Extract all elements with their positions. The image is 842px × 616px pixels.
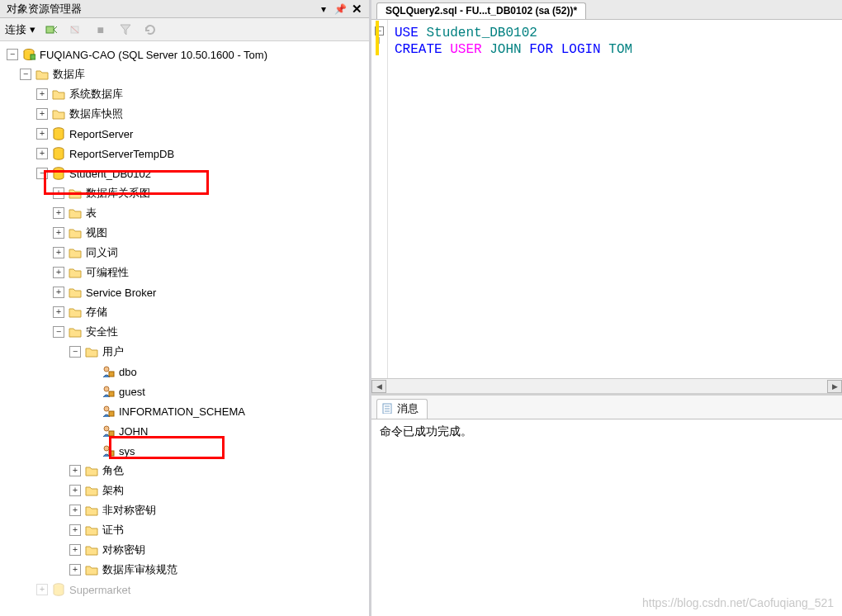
- user-sys-node[interactable]: sys: [3, 441, 367, 461]
- folder-icon: [84, 543, 99, 557]
- supermarket-node[interactable]: + Supermarket: [3, 580, 367, 599]
- folder-icon: [84, 504, 99, 517]
- panel-title: 对象资源管理器: [7, 2, 315, 17]
- svg-rect-0: [46, 26, 54, 33]
- folder-icon: [68, 246, 83, 259]
- svg-rect-11: [109, 391, 114, 396]
- expand-icon[interactable]: +: [53, 187, 64, 199]
- folder-icon: [84, 563, 99, 576]
- expand-icon[interactable]: +: [53, 227, 64, 239]
- expand-icon[interactable]: +: [53, 267, 64, 278]
- messages-panel: 消息 命令已成功完成。: [371, 393, 842, 616]
- expand-icon[interactable]: +: [69, 564, 81, 576]
- user-icon: [101, 405, 116, 418]
- views-node[interactable]: + 视图: [3, 223, 367, 243]
- messages-tab[interactable]: 消息: [376, 399, 428, 419]
- sql-editor[interactable]: − USE Student_DB0102 CREATE USER JOHN FO…: [371, 20, 842, 378]
- object-explorer-tree[interactable]: − FUQIANG-CAO (SQL Server 10.50.1600 - T…: [0, 41, 369, 616]
- scroll-left-icon[interactable]: ◀: [371, 380, 386, 393]
- folder-icon: [68, 286, 83, 299]
- collapse-icon[interactable]: −: [69, 346, 81, 358]
- schemas-node[interactable]: + 架构: [3, 481, 367, 500]
- disconnect-icon[interactable]: [67, 21, 85, 38]
- expand-icon[interactable]: +: [69, 465, 81, 476]
- change-marker: [376, 21, 379, 55]
- expand-icon[interactable]: +: [69, 485, 81, 496]
- svg-rect-9: [109, 372, 114, 377]
- database-icon: [51, 167, 66, 180]
- connect-icon[interactable]: [42, 21, 60, 38]
- user-icon: [101, 444, 116, 457]
- scroll-right-icon[interactable]: ▶: [827, 380, 842, 393]
- panel-header: 对象资源管理器 ▾ 📌 ✕: [0, 0, 369, 18]
- expand-icon[interactable]: +: [69, 544, 81, 556]
- pin-icon[interactable]: 📌: [333, 2, 348, 17]
- collapse-icon[interactable]: −: [36, 168, 48, 179]
- server-node[interactable]: − FUQIANG-CAO (SQL Server 10.50.1600 - T…: [3, 45, 367, 64]
- folder-icon: [84, 464, 99, 477]
- editor-tab[interactable]: SQLQuery2.sql - FU...t_DB0102 (sa (52))*: [376, 2, 586, 19]
- editor-hscrollbar[interactable]: ◀ ▶: [371, 378, 842, 393]
- collapse-icon[interactable]: −: [7, 49, 18, 60]
- users-node[interactable]: − 用户: [3, 342, 367, 362]
- roles-node[interactable]: + 角色: [3, 461, 367, 481]
- close-icon[interactable]: ✕: [349, 2, 364, 17]
- server-icon: [21, 48, 36, 61]
- asym-keys-node[interactable]: + 非对称密钥: [3, 500, 367, 520]
- explorer-toolbar: 连接 ▾ ■: [0, 18, 369, 41]
- expand-icon[interactable]: +: [53, 207, 64, 219]
- collapse-icon[interactable]: −: [20, 69, 31, 80]
- databases-node[interactable]: − 数据库: [3, 64, 367, 84]
- expand-icon[interactable]: +: [53, 247, 64, 258]
- dropdown-icon[interactable]: ▾: [316, 2, 331, 17]
- security-node[interactable]: − 安全性: [3, 322, 367, 342]
- svg-rect-15: [109, 431, 114, 436]
- expand-icon[interactable]: +: [36, 148, 48, 159]
- certs-node[interactable]: + 证书: [3, 520, 367, 540]
- messages-tab-label: 消息: [397, 401, 419, 416]
- user-john-node[interactable]: JOHN: [3, 421, 367, 441]
- svg-point-16: [104, 446, 109, 451]
- student-db-node[interactable]: − Student_DB0102: [3, 163, 367, 183]
- expand-icon[interactable]: +: [36, 128, 48, 140]
- expand-icon[interactable]: +: [53, 306, 64, 318]
- tables-node[interactable]: + 表: [3, 203, 367, 223]
- messages-output: 命令已成功完成。: [371, 419, 842, 444]
- svg-rect-13: [109, 411, 114, 416]
- synonyms-node[interactable]: + 同义词: [3, 243, 367, 263]
- editor-code[interactable]: USE Student_DB0102 CREATE USER JOHN FOR …: [388, 20, 639, 378]
- svg-point-8: [104, 367, 109, 372]
- collapse-icon[interactable]: −: [53, 326, 64, 338]
- folder-icon: [51, 88, 66, 101]
- user-info-schema-node[interactable]: INFORMATION_SCHEMA: [3, 401, 367, 421]
- folder-icon: [84, 524, 99, 537]
- sym-keys-node[interactable]: + 对称密钥: [3, 540, 367, 560]
- storage-node[interactable]: + 存储: [3, 302, 367, 322]
- programmability-node[interactable]: + 可编程性: [3, 263, 367, 282]
- diagram-node[interactable]: + 数据库关系图: [3, 183, 367, 203]
- service-broker-node[interactable]: + Service Broker: [3, 282, 367, 302]
- snapshots-node[interactable]: + 数据库快照: [3, 104, 367, 124]
- refresh-icon[interactable]: [141, 21, 159, 38]
- audit-node[interactable]: + 数据库审核规范: [3, 560, 367, 580]
- expand-icon[interactable]: +: [36, 584, 48, 595]
- folder-icon: [68, 306, 83, 319]
- reportservertemp-node[interactable]: + ReportServerTempDB: [3, 144, 367, 163]
- filter-icon[interactable]: [116, 21, 135, 38]
- reportserver-node[interactable]: + ReportServer: [3, 124, 367, 144]
- svg-rect-17: [109, 451, 114, 456]
- system-databases-node[interactable]: + 系统数据库: [3, 84, 367, 104]
- expand-icon[interactable]: +: [36, 88, 48, 100]
- user-guest-node[interactable]: guest: [3, 381, 367, 401]
- expand-icon[interactable]: +: [36, 108, 48, 120]
- expand-icon[interactable]: +: [69, 524, 81, 536]
- expand-icon[interactable]: +: [69, 505, 81, 516]
- stop-icon[interactable]: ■: [92, 21, 110, 38]
- database-icon: [51, 127, 66, 140]
- expand-icon[interactable]: +: [53, 287, 64, 298]
- connect-button[interactable]: 连接 ▾: [5, 22, 35, 37]
- folder-icon: [35, 68, 50, 81]
- user-icon: [101, 365, 116, 378]
- user-dbo-node[interactable]: dbo: [3, 362, 367, 381]
- svg-point-10: [104, 386, 109, 391]
